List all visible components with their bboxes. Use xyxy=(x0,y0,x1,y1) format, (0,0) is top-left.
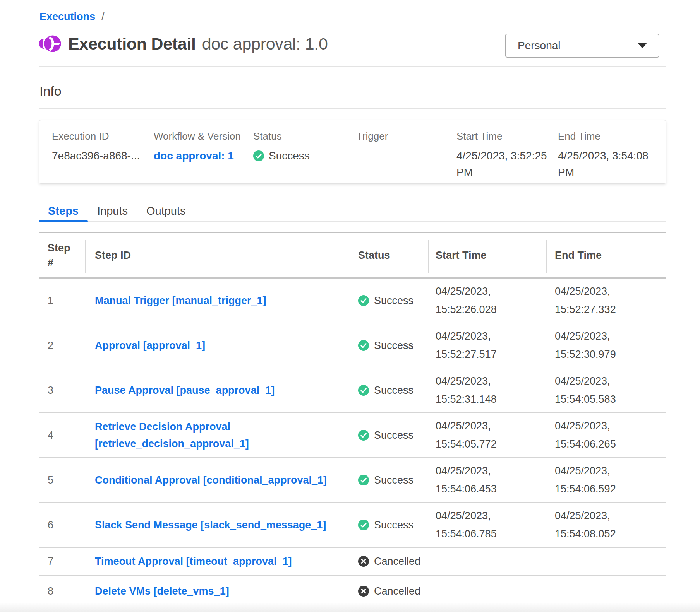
steps-table: Step #Step IDStatusStart TimeEnd Time 1 … xyxy=(39,232,666,607)
header-divider xyxy=(39,66,666,67)
step-id-link[interactable]: Slack Send Message [slack_send_message_1… xyxy=(95,516,326,533)
step-id-link[interactable]: Timeout Approval [timeout_approval_1] xyxy=(95,553,292,570)
end-time-text: 04/25/2023, 15:54:05.583 xyxy=(555,372,626,409)
status-success-icon xyxy=(253,150,264,161)
info-field-label: Status xyxy=(253,130,357,142)
table-row: 5 Conditional Approval [conditional_appr… xyxy=(39,458,666,503)
step-id-cell: Slack Send Message [slack_send_message_1… xyxy=(86,516,348,533)
status-text: Success xyxy=(374,385,413,397)
table-row: 1 Manual Trigger [manual_trigger_1] Succ… xyxy=(39,279,666,323)
table-header-end-time: End Time xyxy=(547,233,666,277)
step-id-link[interactable]: Pause Approval [pause_approval_1] xyxy=(95,382,275,399)
breadcrumb: Executions / xyxy=(39,11,105,23)
table-row: 8 Delete VMs [delete_vms_1] Cancelled xyxy=(39,576,666,607)
info-field-label: Workflow & Version xyxy=(154,130,253,142)
end-time-text: 04/25/2023, 15:52:30.979 xyxy=(555,327,626,364)
table-header-status: Status xyxy=(348,233,429,277)
end-time-text: 04/25/2023, 15:52:27.332 xyxy=(555,282,626,319)
start-time-text: 04/25/2023, 15:54:06.453 xyxy=(436,462,507,498)
info-heading: Info xyxy=(39,84,62,99)
status-text: Cancelled xyxy=(374,556,420,568)
step-id-cell: Manual Trigger [manual_trigger_1] xyxy=(86,292,348,309)
step-id-cell: Retrieve Decision Approval [retrieve_dec… xyxy=(86,418,348,452)
info-field-end-time: End Time 4/25/2023, 3:54:08 PM xyxy=(558,130,666,183)
end-time-text: 04/25/2023, 15:54:06.265 xyxy=(555,417,626,453)
info-field-trigger: Trigger xyxy=(357,130,456,183)
info-field-status: Status Success xyxy=(253,130,357,183)
info-divider xyxy=(39,108,666,109)
tab-outputs[interactable]: Outputs xyxy=(137,200,195,221)
info-field-execution-id: Execution ID 7e8ac396-a868-... xyxy=(52,130,154,183)
tabs-bar: StepsInputsOutputs xyxy=(39,200,666,222)
page-subtitle: doc approval: 1.0 xyxy=(202,34,328,53)
workspace-dropdown-value: Personal xyxy=(518,39,638,52)
status-cancelled-icon xyxy=(358,586,369,597)
status-badge: Success xyxy=(348,429,429,441)
step-number: 3 xyxy=(39,385,86,397)
workspace-dropdown[interactable]: Personal xyxy=(505,34,659,58)
step-id-link[interactable]: Conditional Approval [conditional_approv… xyxy=(95,472,327,489)
status-success-icon xyxy=(358,475,369,485)
table-row: 2 Approval [approval_1] Success 04/25/20… xyxy=(39,323,666,368)
execution-detail-page: Executions / Execution Detail doc approv… xyxy=(0,0,700,612)
end-time-cell: 04/25/2023, 15:54:05.583 xyxy=(547,372,666,409)
step-number: 6 xyxy=(39,519,86,531)
status-success-icon xyxy=(358,295,369,306)
start-time-text: 04/25/2023, 15:54:06.785 xyxy=(436,507,507,543)
table-body: 1 Manual Trigger [manual_trigger_1] Succ… xyxy=(39,279,666,607)
table-header-row: Step #Step IDStatusStart TimeEnd Time xyxy=(39,233,666,279)
info-field-label: Execution ID xyxy=(52,130,154,142)
info-card: Execution ID 7e8ac396-a868-... Workflow … xyxy=(39,120,666,184)
status-badge: Success xyxy=(348,519,429,531)
step-id-link[interactable]: Retrieve Decision Approval [retrieve_dec… xyxy=(95,418,337,452)
start-time-cell: 04/25/2023, 15:54:06.453 xyxy=(429,462,547,498)
step-id-cell: Approval [approval_1] xyxy=(86,337,348,354)
table-row: 4 Retrieve Decision Approval [retrieve_d… xyxy=(39,413,666,458)
status-cancelled-icon xyxy=(358,556,369,567)
step-number: 8 xyxy=(39,585,86,597)
status-text: Success xyxy=(374,295,413,307)
start-time-cell: 04/25/2023, 15:52:27.517 xyxy=(429,327,547,364)
step-id-link[interactable]: Delete VMs [delete_vms_1] xyxy=(95,583,229,600)
info-field-label: End Time xyxy=(558,130,666,142)
status-success-icon xyxy=(358,385,369,396)
start-time-text: 04/25/2023, 15:54:05.772 xyxy=(436,417,507,453)
status-badge: Success xyxy=(348,340,429,352)
start-time-cell: 04/25/2023, 15:54:05.772 xyxy=(429,417,547,453)
breadcrumb-separator: / xyxy=(101,11,105,23)
workflow-version-link[interactable]: doc approval: 1 xyxy=(154,147,253,164)
status-badge: Cancelled xyxy=(348,585,429,597)
end-time-cell: 04/25/2023, 15:52:27.332 xyxy=(547,282,666,319)
status-badge: Success xyxy=(348,295,429,307)
table-row: 6 Slack Send Message [slack_send_message… xyxy=(39,503,666,548)
tab-inputs[interactable]: Inputs xyxy=(88,200,137,221)
end-time-cell: 04/25/2023, 15:54:06.265 xyxy=(547,417,666,453)
start-time-text: 04/25/2023, 15:52:27.517 xyxy=(436,327,507,364)
info-field-label: Trigger xyxy=(357,130,456,142)
step-id-cell: Delete VMs [delete_vms_1] xyxy=(86,583,348,600)
table-header-start-time: Start Time xyxy=(429,233,547,277)
breadcrumb-link-executions[interactable]: Executions xyxy=(39,11,95,23)
status-badge: Success xyxy=(348,385,429,397)
step-number: 5 xyxy=(39,474,86,486)
step-id-link[interactable]: Approval [approval_1] xyxy=(95,337,205,354)
status-success-icon xyxy=(358,520,369,530)
tab-steps[interactable]: Steps xyxy=(39,200,88,221)
step-id-link[interactable]: Manual Trigger [manual_trigger_1] xyxy=(95,292,266,309)
info-field-start-time: Start Time 4/25/2023, 3:52:25 PM xyxy=(456,130,558,183)
info-field-value: 4/25/2023, 3:52:25 PM xyxy=(456,147,549,181)
end-time-text: 04/25/2023, 15:54:08.052 xyxy=(555,507,626,543)
start-time-cell: 04/25/2023, 15:54:06.785 xyxy=(429,507,547,543)
page-bottom-edge xyxy=(0,603,700,612)
start-time-text: 04/25/2023, 15:52:26.028 xyxy=(436,282,507,319)
step-id-cell: Timeout Approval [timeout_approval_1] xyxy=(86,553,348,570)
status-badge: Success xyxy=(348,474,429,486)
step-id-cell: Conditional Approval [conditional_approv… xyxy=(86,472,348,489)
table-header-step-id: Step ID xyxy=(86,233,348,277)
end-time-text: 04/25/2023, 15:54:06.592 xyxy=(555,462,626,498)
step-number: 7 xyxy=(39,556,86,568)
info-field-workflow-version: Workflow & Version doc approval: 1 xyxy=(154,130,253,183)
status-badge: Cancelled xyxy=(348,556,429,568)
table-row: 3 Pause Approval [pause_approval_1] Succ… xyxy=(39,368,666,413)
table-header-step-: Step # xyxy=(39,233,86,277)
